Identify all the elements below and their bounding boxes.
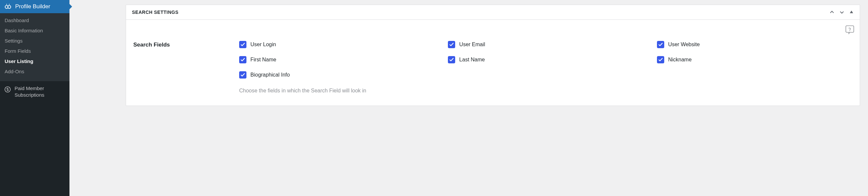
checkbox-last-name[interactable]: Last Name [448, 56, 643, 63]
checkbox-box [657, 41, 664, 48]
sidebar-item-form-fields[interactable]: Form Fields [0, 46, 69, 56]
search-fields-row: Search Fields User LoginUser EmailUser W… [133, 41, 852, 94]
checkbox-box [239, 56, 246, 63]
panel-title: Search Settings [132, 9, 179, 15]
checkbox-grid: User LoginUser EmailUser WebsiteFirst Na… [239, 41, 852, 79]
field-content: User LoginUser EmailUser WebsiteFirst Na… [239, 41, 852, 94]
profile-builder-icon [4, 3, 12, 10]
checkbox-label: User Login [250, 42, 276, 47]
checkbox-label: User Email [459, 42, 485, 47]
svg-point-0 [6, 4, 7, 5]
chevron-down-icon [839, 9, 844, 15]
check-icon [241, 42, 245, 47]
sidebar-footer-label: Paid Member Subscriptions [14, 85, 65, 98]
checkbox-label: First Name [250, 57, 276, 63]
checkbox-box [239, 71, 246, 79]
checkbox-box [657, 56, 664, 63]
checkbox-box [448, 56, 455, 63]
sidebar-item-add-ons[interactable]: Add-Ons [0, 66, 69, 77]
checkbox-first-name[interactable]: First Name [239, 56, 435, 63]
svg-point-6 [849, 31, 850, 31]
subscriptions-icon [4, 86, 11, 93]
field-label: Search Fields [133, 41, 226, 94]
content-area: Search Settings [69, 0, 868, 196]
panel-actions [829, 9, 854, 15]
svg-rect-5 [846, 26, 854, 32]
admin-sidebar: Profile Builder DashboardBasic Informati… [0, 0, 69, 196]
check-icon [658, 57, 663, 62]
collapse-button[interactable] [849, 9, 854, 15]
sidebar-item-paid-member[interactable]: Paid Member Subscriptions [0, 81, 69, 102]
sidebar-item-dashboard[interactable]: Dashboard [0, 15, 69, 26]
checkbox-box [239, 41, 246, 48]
checkbox-user-website[interactable]: User Website [657, 41, 852, 48]
help-icon [845, 25, 855, 34]
checkbox-label: Nickname [668, 57, 692, 63]
checkbox-user-login[interactable]: User Login [239, 41, 435, 48]
checkbox-label: Biographical Info [250, 72, 290, 78]
checkbox-nickname[interactable]: Nickname [657, 56, 852, 63]
checkbox-label: Last Name [459, 57, 485, 63]
panel-header: Search Settings [126, 5, 860, 20]
help-button[interactable] [845, 25, 855, 34]
check-icon [241, 57, 245, 62]
move-up-button[interactable] [829, 9, 835, 15]
svg-point-1 [9, 4, 9, 5]
triangle-up-icon [849, 9, 854, 14]
sidebar-item-settings[interactable]: Settings [0, 36, 69, 46]
move-down-button[interactable] [839, 9, 844, 15]
checkbox-box [448, 41, 455, 48]
check-icon [241, 73, 245, 77]
panel-body: Search Fields User LoginUser EmailUser W… [126, 20, 860, 106]
sidebar-item-user-listing[interactable]: User Listing [0, 56, 69, 66]
sidebar-item-basic-information[interactable]: Basic Information [0, 26, 69, 36]
chevron-up-icon [829, 9, 835, 15]
check-icon [449, 57, 454, 62]
checkbox-user-email[interactable]: User Email [448, 41, 643, 48]
check-icon [449, 42, 454, 47]
sidebar-header-label: Profile Builder [15, 3, 50, 10]
checkbox-label: User Website [668, 42, 700, 47]
checkbox-biographical-info[interactable]: Biographical Info [239, 71, 435, 79]
check-icon [658, 42, 663, 47]
field-description: Choose the fields in which the Search Fi… [239, 88, 852, 94]
sidebar-menu: DashboardBasic InformationSettingsForm F… [0, 13, 69, 81]
search-settings-panel: Search Settings [126, 5, 860, 106]
sidebar-header[interactable]: Profile Builder [0, 0, 69, 13]
